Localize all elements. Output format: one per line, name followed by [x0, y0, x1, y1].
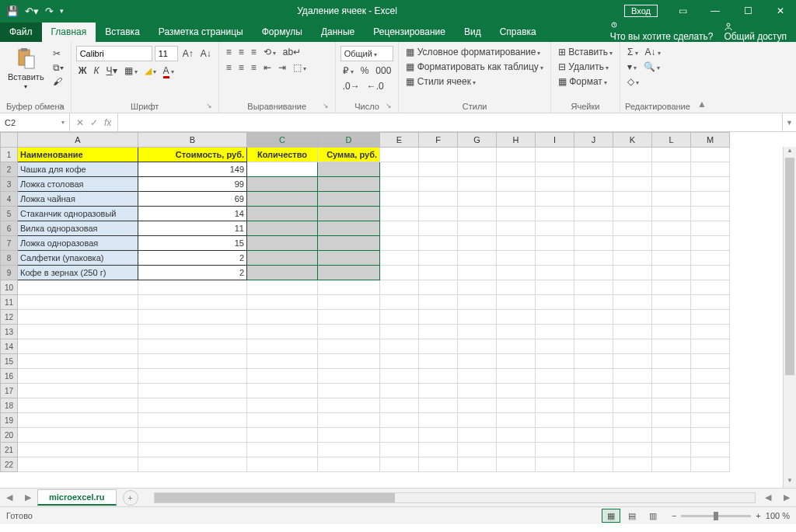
cell[interactable]	[318, 369, 380, 384]
cell[interactable]	[18, 354, 138, 369]
cell[interactable]	[691, 398, 730, 413]
cell[interactable]	[138, 428, 247, 443]
cell[interactable]	[574, 339, 613, 354]
cell[interactable]	[574, 310, 613, 325]
cell[interactable]	[247, 266, 318, 280]
align-right-icon[interactable]: ≡	[249, 61, 259, 74]
align-center-icon[interactable]: ≡	[236, 61, 246, 74]
cell[interactable]	[458, 207, 497, 221]
cell[interactable]	[380, 369, 419, 384]
row-header[interactable]: 1	[1, 148, 18, 162]
cell[interactable]	[536, 384, 574, 398]
cell[interactable]	[652, 207, 691, 221]
cell[interactable]	[380, 354, 419, 369]
cell[interactable]: 14	[138, 207, 247, 221]
cell[interactable]	[497, 251, 536, 266]
save-icon[interactable]: 💾	[6, 5, 19, 17]
cell[interactable]	[497, 192, 536, 207]
cell[interactable]	[458, 354, 497, 369]
font-size-input[interactable]	[155, 46, 178, 61]
cell[interactable]	[138, 369, 247, 384]
cell[interactable]	[497, 148, 536, 162]
name-box[interactable]: C2▾	[0, 113, 70, 131]
column-header[interactable]: M	[691, 133, 730, 148]
cell[interactable]	[691, 251, 730, 266]
cell[interactable]	[652, 192, 691, 207]
cell[interactable]	[419, 207, 458, 221]
comma-format-icon[interactable]: 000	[373, 64, 393, 77]
cell[interactable]	[419, 221, 458, 236]
decrease-indent-icon[interactable]: ⇤	[261, 61, 274, 74]
wrap-text-icon[interactable]: ab↵	[281, 46, 303, 58]
cell[interactable]	[536, 295, 574, 310]
vertical-scrollbar[interactable]: ▲ ▼	[783, 147, 796, 488]
row-header[interactable]: 17	[1, 384, 18, 398]
undo-icon[interactable]: ↶▾	[25, 5, 39, 17]
cell[interactable]	[652, 162, 691, 177]
cell[interactable]: 99	[138, 177, 247, 192]
cell[interactable]	[380, 162, 419, 177]
cell[interactable]	[380, 192, 419, 207]
row-header[interactable]: 2	[1, 162, 18, 177]
increase-font-icon[interactable]: A↑	[180, 47, 196, 60]
cell[interactable]	[497, 280, 536, 295]
sheet-nav-prev-icon[interactable]: ◀	[0, 492, 19, 502]
cell[interactable]	[419, 354, 458, 369]
cell[interactable]	[18, 280, 138, 295]
cell[interactable]	[138, 280, 247, 295]
cell[interactable]	[247, 236, 318, 251]
share-button[interactable]: Общий доступ	[724, 22, 787, 42]
cell[interactable]	[247, 177, 318, 192]
worksheet-grid[interactable]: ABCDEFGHIJKLM1НаименованиеСтоимость, руб…	[0, 132, 796, 489]
row-header[interactable]: 15	[1, 354, 18, 369]
cell[interactable]	[318, 266, 380, 280]
cell[interactable]	[652, 428, 691, 443]
cell[interactable]	[574, 384, 613, 398]
cell[interactable]	[458, 369, 497, 384]
page-break-view-icon[interactable]: ▥	[644, 509, 662, 523]
cell[interactable]	[536, 221, 574, 236]
signin-button[interactable]: Вход	[624, 5, 658, 17]
cell[interactable]	[380, 457, 419, 472]
cell[interactable]	[318, 413, 380, 428]
cell[interactable]	[574, 443, 613, 457]
format-as-table-button[interactable]: ▦ Форматировать как таблицу	[403, 61, 545, 73]
cell[interactable]	[691, 310, 730, 325]
expand-formula-bar-icon[interactable]: ▼	[782, 113, 796, 131]
cell[interactable]	[419, 384, 458, 398]
cell[interactable]	[247, 295, 318, 310]
cell[interactable]	[18, 295, 138, 310]
cell[interactable]	[691, 162, 730, 177]
cell[interactable]	[18, 339, 138, 354]
italic-button[interactable]: К	[92, 64, 102, 77]
cell[interactable]	[380, 221, 419, 236]
cell[interactable]	[318, 354, 380, 369]
cell[interactable]	[574, 192, 613, 207]
bold-button[interactable]: Ж	[76, 64, 89, 77]
cell[interactable]	[652, 398, 691, 413]
cell[interactable]	[18, 310, 138, 325]
cut-icon[interactable]: ✂	[51, 47, 66, 60]
cell[interactable]	[652, 413, 691, 428]
insert-cells-button[interactable]: ⊞ Вставить	[556, 46, 615, 58]
cell[interactable]	[318, 398, 380, 413]
cell[interactable]	[497, 369, 536, 384]
cell[interactable]: Салфетки (упаковка)	[18, 251, 138, 266]
zoom-out-button[interactable]: −	[672, 511, 676, 520]
sort-filter-icon[interactable]: A↓	[643, 46, 663, 58]
dialog-launcher-icon[interactable]: ↘	[58, 102, 65, 110]
cell[interactable]	[138, 339, 247, 354]
cell[interactable]	[536, 398, 574, 413]
tellme-input[interactable]: Что вы хотите сделать?	[610, 22, 714, 42]
cell[interactable]	[458, 162, 497, 177]
cell[interactable]	[574, 148, 613, 162]
fill-color-button[interactable]: ◢	[142, 64, 159, 77]
cell[interactable]	[380, 177, 419, 192]
cell[interactable]	[247, 221, 318, 236]
minimize-icon[interactable]: —	[700, 0, 731, 22]
cell[interactable]	[652, 148, 691, 162]
cell[interactable]	[318, 280, 380, 295]
cell[interactable]	[458, 266, 497, 280]
cell[interactable]: Стоимость, руб.	[138, 148, 247, 162]
cell[interactable]	[691, 413, 730, 428]
